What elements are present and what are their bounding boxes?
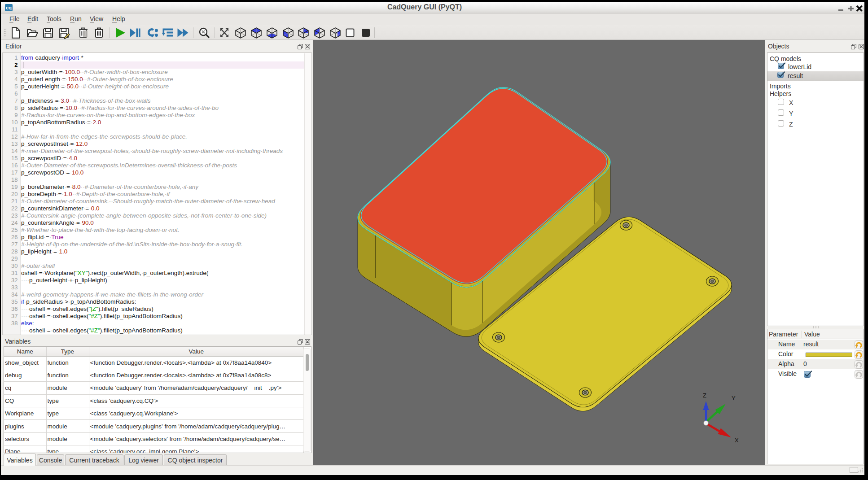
svg-text:Z: Z	[703, 392, 706, 399]
svg-text:Y: Y	[732, 395, 736, 401]
svg-text:X: X	[735, 437, 739, 444]
